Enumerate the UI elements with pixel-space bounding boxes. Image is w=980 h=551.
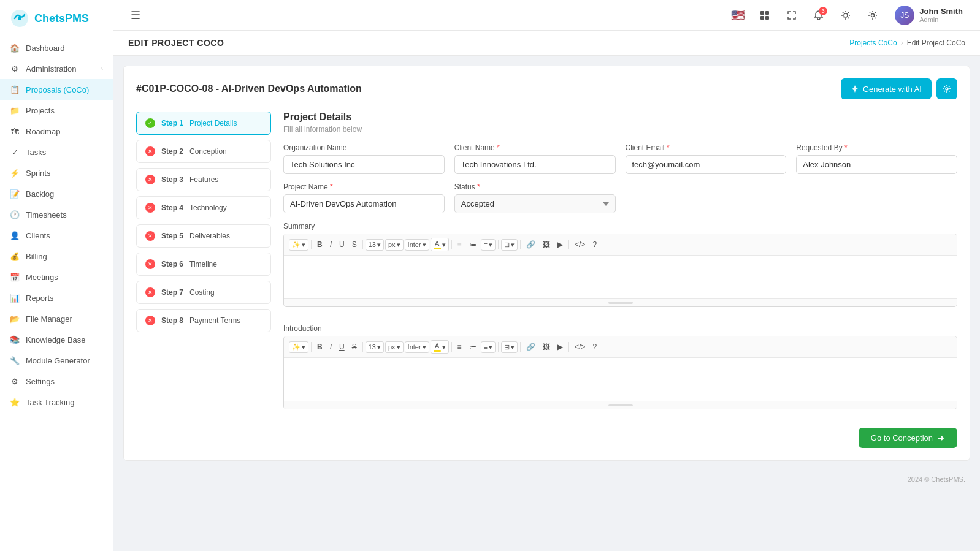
color-picker[interactable]: A ▾ bbox=[431, 238, 449, 251]
client-name-group: Client Name * bbox=[454, 143, 616, 174]
align-select[interactable]: ≡ ▾ bbox=[481, 239, 496, 251]
link-button-2[interactable]: 🔗 bbox=[523, 341, 538, 353]
gear-icon[interactable] bbox=[863, 6, 882, 25]
video-button-2[interactable]: ▶ bbox=[554, 341, 566, 353]
sidebar-item-administration[interactable]: ⚙ Administration › bbox=[0, 58, 113, 79]
sidebar-item-proposals[interactable]: 📋 Proposals (CoCo) bbox=[0, 79, 113, 100]
summary-toolbar: ✨ ▾ B I U S 13 ▾ px ▾ Inter ▾ bbox=[284, 234, 957, 256]
backlog-icon: 📝 bbox=[10, 189, 20, 199]
sidebar-item-projects[interactable]: 📁 Projects bbox=[0, 100, 113, 121]
table-select-2[interactable]: ⊞ ▾ bbox=[501, 341, 518, 353]
sidebar-item-module-generator[interactable]: 🔧 Module Generator bbox=[0, 350, 113, 371]
introduction-editor-body[interactable] bbox=[284, 358, 957, 401]
link-button[interactable]: 🔗 bbox=[523, 238, 538, 251]
ordered-list-button[interactable]: ≔ bbox=[466, 238, 480, 251]
underline-button[interactable]: U bbox=[336, 238, 348, 251]
help-button-2[interactable]: ? bbox=[589, 341, 600, 353]
sidebar-item-tasks[interactable]: ✓ Tasks bbox=[0, 142, 113, 162]
code-button-2[interactable]: </> bbox=[572, 341, 588, 353]
editor-drag-handle-2[interactable] bbox=[608, 404, 633, 406]
font-size-select-2[interactable]: 13 ▾ bbox=[366, 341, 384, 353]
page-title: EDIT PROJECT COCO bbox=[128, 38, 224, 48]
unordered-list-button-2[interactable]: ≡ bbox=[454, 341, 465, 353]
step-item-6[interactable]: ✕ Step 6 Timeline bbox=[136, 253, 271, 276]
sidebar-item-label: Timesheets bbox=[26, 210, 67, 219]
help-button[interactable]: ? bbox=[589, 238, 600, 251]
sidebar-item-settings[interactable]: ⚙ Settings bbox=[0, 371, 113, 392]
font-select-2[interactable]: Inter ▾ bbox=[405, 341, 429, 353]
table-select[interactable]: ⊞ ▾ bbox=[501, 239, 518, 251]
step-status-5: ✕ bbox=[145, 231, 155, 241]
step-item-7[interactable]: ✕ Step 7 Costing bbox=[136, 281, 271, 304]
toolbar-magic-select[interactable]: ✨ ▾ bbox=[289, 239, 308, 251]
font-select[interactable]: Inter ▾ bbox=[405, 239, 429, 251]
notification-icon[interactable]: 3 bbox=[809, 6, 829, 25]
step-item-4[interactable]: ✕ Step 4 Technology bbox=[136, 196, 271, 219]
theme-icon[interactable] bbox=[836, 6, 856, 25]
video-button[interactable]: ▶ bbox=[554, 238, 566, 251]
settings-button[interactable] bbox=[936, 78, 957, 99]
sidebar-item-timesheets[interactable]: 🕐 Timesheets bbox=[0, 204, 113, 225]
sidebar-item-billing[interactable]: 💰 Billing bbox=[0, 246, 113, 267]
knowledge-base-icon: 📚 bbox=[10, 335, 20, 344]
step-status-8: ✕ bbox=[145, 316, 155, 325]
summary-editor-body[interactable] bbox=[284, 256, 957, 298]
hamburger-button[interactable]: ☰ bbox=[126, 6, 145, 25]
sidebar-item-dashboard[interactable]: 🏠 Dashboard bbox=[0, 37, 113, 58]
sidebar-item-reports[interactable]: 📊 Reports bbox=[0, 287, 113, 308]
italic-button-2[interactable]: I bbox=[327, 341, 335, 353]
svg-point-6 bbox=[844, 13, 848, 17]
sidebar-item-knowledge-base[interactable]: 📚 Knowledge Base bbox=[0, 329, 113, 350]
color-picker-2[interactable]: A ▾ bbox=[431, 340, 449, 354]
align-select-2[interactable]: ≡ ▾ bbox=[481, 341, 496, 353]
projects-icon: 📁 bbox=[10, 105, 20, 115]
sidebar-item-label: File Manager bbox=[26, 314, 72, 324]
requested-by-input[interactable] bbox=[796, 155, 957, 174]
image-button[interactable]: 🖼 bbox=[540, 238, 553, 251]
toolbar-magic-select-2[interactable]: ✨ ▾ bbox=[289, 341, 308, 353]
ordered-list-button-2[interactable]: ≔ bbox=[466, 341, 480, 353]
client-name-input[interactable] bbox=[454, 155, 616, 174]
summary-editor-footer bbox=[284, 298, 957, 306]
step-item-8[interactable]: ✕ Step 8 Payment Terms bbox=[136, 309, 271, 332]
proposals-icon: 📋 bbox=[10, 85, 20, 94]
user-menu[interactable]: JS John Smith Admin bbox=[890, 3, 968, 28]
bold-button-2[interactable]: B bbox=[314, 341, 326, 353]
editor-drag-handle[interactable] bbox=[608, 302, 633, 304]
strikethrough-button-2[interactable]: S bbox=[349, 341, 360, 353]
sidebar-item-task-tracking[interactable]: ⭐ Task Tracking bbox=[0, 392, 113, 412]
sidebar-item-roadmap[interactable]: 🗺 Roadmap bbox=[0, 121, 113, 142]
sidebar-item-backlog[interactable]: 📝 Backlog bbox=[0, 183, 113, 204]
sidebar-item-file-manager[interactable]: 📂 File Manager bbox=[0, 308, 113, 329]
fullscreen-icon[interactable] bbox=[782, 6, 802, 25]
grid-icon[interactable] bbox=[755, 6, 775, 25]
sidebar-item-label: Settings bbox=[26, 377, 55, 386]
underline-button-2[interactable]: U bbox=[336, 341, 348, 353]
project-name-input[interactable] bbox=[283, 194, 445, 213]
bold-button[interactable]: B bbox=[314, 238, 326, 251]
step-item-1[interactable]: ✓ Step 1 Project Details bbox=[136, 112, 271, 135]
sidebar-item-meetings[interactable]: 📅 Meetings bbox=[0, 267, 113, 287]
flag-icon[interactable]: 🇺🇸 bbox=[728, 6, 748, 25]
sidebar-item-sprints[interactable]: ⚡ Sprints bbox=[0, 162, 113, 183]
step-item-3[interactable]: ✕ Step 3 Features bbox=[136, 168, 271, 191]
unit-select-2[interactable]: px ▾ bbox=[385, 341, 404, 353]
step-item-2[interactable]: ✕ Step 2 Conception bbox=[136, 140, 271, 163]
sidebar-item-label: Proposals (CoCo) bbox=[26, 85, 89, 94]
font-size-select[interactable]: 13 ▾ bbox=[366, 239, 384, 251]
breadcrumb-parent[interactable]: Projects CoCo bbox=[849, 39, 897, 47]
code-button[interactable]: </> bbox=[572, 238, 588, 251]
generate-ai-button[interactable]: Generate with AI bbox=[841, 78, 932, 99]
italic-button[interactable]: I bbox=[327, 238, 335, 251]
unit-select[interactable]: px ▾ bbox=[385, 239, 404, 251]
unordered-list-button[interactable]: ≡ bbox=[454, 238, 465, 251]
go-to-conception-button[interactable]: Go to Conception bbox=[859, 428, 957, 448]
image-button-2[interactable]: 🖼 bbox=[540, 341, 553, 353]
step-item-5[interactable]: ✕ Step 5 Deliverables bbox=[136, 224, 271, 248]
strikethrough-button[interactable]: S bbox=[349, 238, 360, 251]
settings-icon: ⚙ bbox=[10, 376, 20, 386]
org-name-input[interactable] bbox=[283, 155, 445, 174]
status-select[interactable]: Accepted Pending Rejected In Progress bbox=[454, 194, 616, 213]
sidebar-item-clients[interactable]: 👤 Clients bbox=[0, 225, 113, 246]
client-email-input[interactable] bbox=[626, 155, 787, 174]
